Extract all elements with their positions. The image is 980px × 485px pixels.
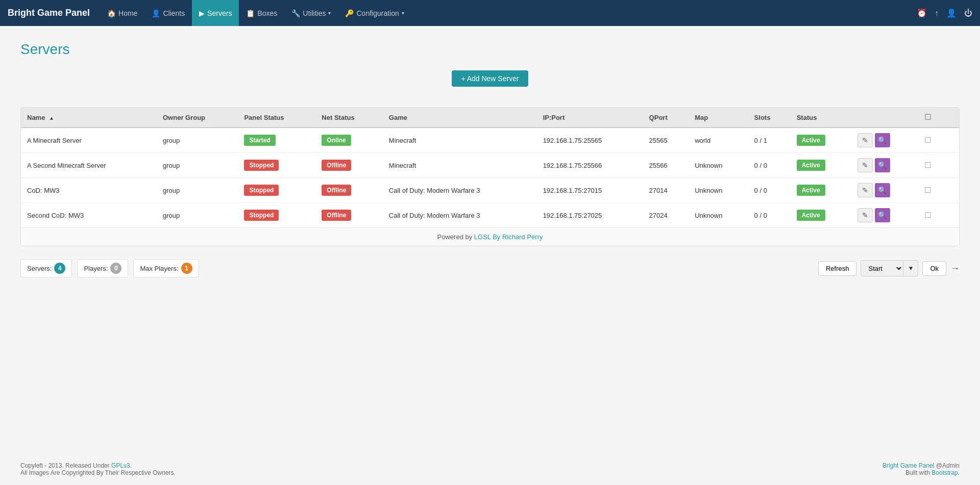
inspect-button[interactable]: 🔍 <box>875 133 890 147</box>
status-badge: Active <box>797 160 825 171</box>
row-checkbox[interactable]: ☐ <box>924 186 931 194</box>
edit-button[interactable]: ✎ <box>857 133 873 147</box>
status-badge: Active <box>797 210 825 221</box>
boxes-icon: 📋 <box>246 9 255 17</box>
cell-map: Unknown <box>689 203 748 228</box>
cell-net-status: Offline <box>315 203 382 228</box>
gplv3-link[interactable]: GPLv3. <box>111 462 132 469</box>
cell-checkbox: ☐ <box>918 127 959 153</box>
footer-right: Bright Game Panel @Admin Built with Boot… <box>883 462 960 476</box>
col-slots: Slots <box>748 108 791 127</box>
servers-icon: ▶ <box>199 9 205 17</box>
nav-item-servers[interactable]: ▶ Servers <box>192 0 239 26</box>
cell-actions: ✎ 🔍 <box>851 178 918 203</box>
cell-owner-group: group <box>157 127 238 153</box>
row-checkbox[interactable]: ☐ <box>924 136 931 144</box>
cell-status: Active <box>791 153 851 178</box>
cell-actions: ✎ 🔍 <box>851 203 918 228</box>
cell-name: Second CoD: MW3 <box>21 203 157 228</box>
cell-status: Active <box>791 203 851 228</box>
brand-link[interactable]: Bright Game Panel <box>8 8 90 18</box>
panel-status-badge: Stopped <box>244 160 279 171</box>
action-buttons: ✎ 🔍 <box>857 183 912 197</box>
status-badge: Active <box>797 185 825 196</box>
col-qport: QPort <box>643 108 689 127</box>
cell-status: Active <box>791 127 851 153</box>
nav-menu: 🏠 Home 👤 Clients ▶ Servers 📋 Boxes 🔧 Uti… <box>100 0 917 26</box>
nav-item-utilities[interactable]: 🔧 Utilities ▾ <box>284 0 338 26</box>
cell-net-status: Offline <box>315 153 382 178</box>
edit-button[interactable]: ✎ <box>857 208 873 222</box>
edit-button[interactable]: ✎ <box>857 183 873 197</box>
powered-by-bar: Powered by LGSL By Richard Perry <box>21 227 959 246</box>
table-row: A Minecraft Server group Started Online … <box>21 127 959 153</box>
cell-ip-port: 192.168.1.75:27025 <box>537 203 643 228</box>
page-footer: Copyleft - 2013. Released Under GPLv3. A… <box>0 454 980 484</box>
panel-status-badge: Started <box>244 135 275 146</box>
max-players-stat-label: Max Players: <box>140 265 178 272</box>
footer-left: Copyleft - 2013. Released Under GPLv3. A… <box>20 462 176 476</box>
footer-images-line: All Images Are Copyrighted By Their Resp… <box>20 469 176 476</box>
cell-game: Minecraft <box>383 127 537 153</box>
ok-button[interactable]: Ok <box>922 261 946 276</box>
row-checkbox[interactable]: ☐ <box>924 161 931 169</box>
arrow-button[interactable]: → <box>950 263 960 274</box>
panel-status-badge: Stopped <box>244 185 279 196</box>
cell-map: Unknown <box>689 153 748 178</box>
players-stat-label: Players: <box>84 265 108 272</box>
cell-name: CoD: MW3 <box>21 178 157 203</box>
inspect-button[interactable]: 🔍 <box>875 208 890 222</box>
upload-icon[interactable]: ↑ <box>935 9 939 18</box>
nav-item-clients[interactable]: 👤 Clients <box>144 0 192 26</box>
cell-qport: 25565 <box>643 127 689 153</box>
nav-config-label: Configuration <box>356 9 399 17</box>
powered-by-text: Powered by <box>437 233 474 241</box>
refresh-button[interactable]: Refresh <box>818 261 857 276</box>
edit-button[interactable]: ✎ <box>857 158 873 172</box>
user-icon[interactable]: 👤 <box>946 8 957 18</box>
page-title: Servers <box>20 41 960 58</box>
inspect-button[interactable]: 🔍 <box>875 183 890 197</box>
lgsl-link[interactable]: LGSL By Richard Perry <box>474 233 543 241</box>
servers-table-panel: Name ▲ Owner Group Panel Status Net Stat… <box>20 107 960 246</box>
cell-ip-port: 192.168.1.75:27015 <box>537 178 643 203</box>
nav-item-home[interactable]: 🏠 Home <box>100 0 144 26</box>
cell-actions: ✎ 🔍 <box>851 127 918 153</box>
nav-item-configuration[interactable]: 🔑 Configuration ▾ <box>338 0 411 26</box>
cell-slots: 0 / 0 <box>748 178 791 203</box>
col-actions <box>851 108 918 127</box>
cell-owner-group: group <box>157 203 238 228</box>
nav-item-boxes[interactable]: 📋 Boxes <box>239 0 284 26</box>
nav-home-label: Home <box>118 9 137 17</box>
copyright-text: Copyleft - 2013. Released Under <box>20 462 111 469</box>
add-new-server-button[interactable]: + Add New Server <box>452 70 528 87</box>
clock-icon[interactable]: ⏰ <box>917 8 927 18</box>
cell-owner-group: group <box>157 153 238 178</box>
action-select[interactable]: Start Stop Restart Delete <box>861 260 903 276</box>
cell-panel-status: Stopped <box>238 178 315 203</box>
power-icon[interactable]: ⏻ <box>964 9 972 18</box>
status-badge: Active <box>797 135 825 146</box>
select-all-checkbox[interactable]: ☐ <box>924 113 931 121</box>
col-game: Game <box>383 108 537 127</box>
row-checkbox[interactable]: ☐ <box>924 211 931 219</box>
footer-copyright-line: Copyleft - 2013. Released Under GPLv3. <box>20 462 176 469</box>
action-select-dropdown-btn[interactable]: ▼ <box>903 260 918 276</box>
cell-map: world <box>689 127 748 153</box>
net-status-badge: Offline <box>322 185 351 196</box>
net-status-badge: Offline <box>322 160 351 171</box>
table-row: Second CoD: MW3 group Stopped Offline Ca… <box>21 203 959 228</box>
cell-checkbox: ☐ <box>918 178 959 203</box>
cell-panel-status: Stopped <box>238 153 315 178</box>
servers-count-badge: 4 <box>54 263 65 274</box>
max-players-count-badge: 1 <box>181 263 192 274</box>
panel-status-badge: Stopped <box>244 210 279 221</box>
nav-boxes-label: Boxes <box>257 9 277 17</box>
bootstrap-link[interactable]: Bootstrap. <box>932 469 960 476</box>
col-name[interactable]: Name ▲ <box>21 108 157 127</box>
servers-stat-label: Servers: <box>27 265 52 272</box>
inspect-button[interactable]: 🔍 <box>875 158 890 172</box>
servers-stat: Servers: 4 <box>20 259 72 277</box>
max-players-stat: Max Players: 1 <box>133 259 199 277</box>
footer-brand-link[interactable]: Bright Game Panel <box>883 462 934 469</box>
